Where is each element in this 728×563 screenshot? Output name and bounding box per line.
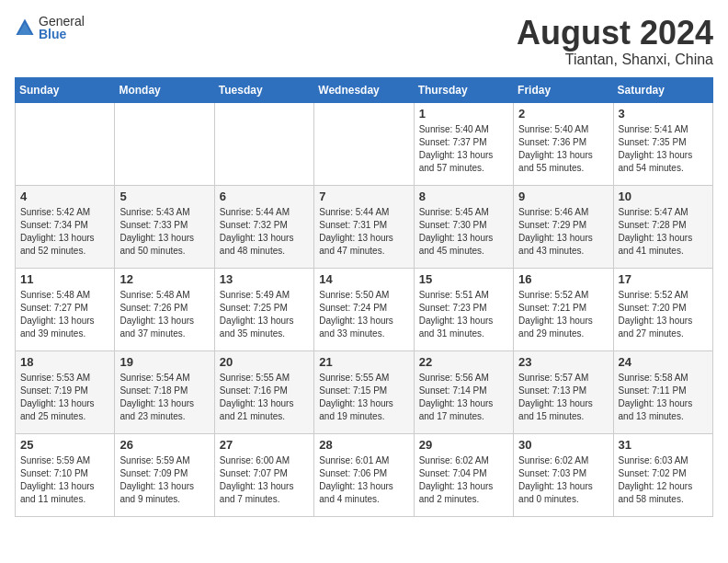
calendar-day-cell: 31Sunrise: 6:03 AMSunset: 7:02 PMDayligh… xyxy=(613,433,712,516)
day-info: Sunrise: 5:49 AMSunset: 7:25 PMDaylight:… xyxy=(220,289,309,340)
day-number: 4 xyxy=(20,190,109,203)
calendar-day-cell: 12Sunrise: 5:48 AMSunset: 7:26 PMDayligh… xyxy=(115,268,214,350)
calendar-day-cell: 25Sunrise: 5:59 AMSunset: 7:10 PMDayligh… xyxy=(16,433,115,516)
day-info: Sunrise: 5:51 AMSunset: 7:23 PMDaylight:… xyxy=(419,289,508,340)
day-number: 28 xyxy=(319,438,408,452)
calendar-day-cell: 1Sunrise: 5:40 AMSunset: 7:37 PMDaylight… xyxy=(414,102,513,185)
title-block: August 2024 Tiantan, Shanxi, China xyxy=(517,15,713,68)
day-number: 23 xyxy=(518,355,608,369)
day-info: Sunrise: 5:45 AMSunset: 7:30 PMDaylight:… xyxy=(419,206,508,258)
calendar-day-cell: 3Sunrise: 5:41 AMSunset: 7:35 PMDaylight… xyxy=(613,102,712,185)
calendar-day-cell: 13Sunrise: 5:49 AMSunset: 7:25 PMDayligh… xyxy=(214,268,313,350)
day-number: 20 xyxy=(220,355,309,369)
day-number: 7 xyxy=(319,190,408,203)
day-info: Sunrise: 5:42 AMSunset: 7:34 PMDaylight:… xyxy=(20,206,109,258)
calendar-day-cell: 10Sunrise: 5:47 AMSunset: 7:28 PMDayligh… xyxy=(613,185,712,268)
logo-blue-text: Blue xyxy=(39,28,85,40)
day-info: Sunrise: 5:40 AMSunset: 7:37 PMDaylight:… xyxy=(419,123,508,175)
day-number: 16 xyxy=(518,272,608,286)
day-info: Sunrise: 5:48 AMSunset: 7:26 PMDaylight:… xyxy=(119,289,209,340)
calendar-day-cell: 29Sunrise: 6:02 AMSunset: 7:04 PMDayligh… xyxy=(414,433,513,516)
day-info: Sunrise: 5:47 AMSunset: 7:28 PMDaylight:… xyxy=(619,206,708,258)
weekday-header-cell: Tuesday xyxy=(214,77,313,102)
calendar-day-cell: 6Sunrise: 5:44 AMSunset: 7:32 PMDaylight… xyxy=(214,185,313,268)
day-info: Sunrise: 5:57 AMSunset: 7:13 PMDaylight:… xyxy=(518,372,608,423)
day-number: 10 xyxy=(619,190,708,203)
calendar-week-row: 25Sunrise: 5:59 AMSunset: 7:10 PMDayligh… xyxy=(16,433,713,516)
day-number: 9 xyxy=(518,190,608,203)
calendar-day-cell xyxy=(115,102,214,185)
calendar-day-cell: 21Sunrise: 5:55 AMSunset: 7:15 PMDayligh… xyxy=(314,350,414,433)
calendar-day-cell: 27Sunrise: 6:00 AMSunset: 7:07 PMDayligh… xyxy=(214,433,313,516)
weekday-header-cell: Sunday xyxy=(16,77,115,102)
day-info: Sunrise: 6:03 AMSunset: 7:02 PMDaylight:… xyxy=(619,454,708,506)
calendar-day-cell: 23Sunrise: 5:57 AMSunset: 7:13 PMDayligh… xyxy=(514,350,613,433)
day-info: Sunrise: 5:52 AMSunset: 7:20 PMDaylight:… xyxy=(619,289,708,340)
day-number: 24 xyxy=(619,355,708,369)
calendar-day-cell: 22Sunrise: 5:56 AMSunset: 7:14 PMDayligh… xyxy=(414,350,513,433)
day-info: Sunrise: 5:52 AMSunset: 7:21 PMDaylight:… xyxy=(518,289,608,340)
day-info: Sunrise: 5:40 AMSunset: 7:36 PMDaylight:… xyxy=(518,123,608,175)
calendar-day-cell: 30Sunrise: 6:02 AMSunset: 7:03 PMDayligh… xyxy=(514,433,613,516)
day-number: 19 xyxy=(119,355,209,369)
day-number: 21 xyxy=(319,355,408,369)
calendar-day-cell: 19Sunrise: 5:54 AMSunset: 7:18 PMDayligh… xyxy=(115,350,214,433)
calendar-day-cell: 16Sunrise: 5:52 AMSunset: 7:21 PMDayligh… xyxy=(514,268,613,350)
day-number: 6 xyxy=(220,190,309,203)
day-info: Sunrise: 5:55 AMSunset: 7:16 PMDaylight:… xyxy=(220,372,309,423)
day-info: Sunrise: 5:46 AMSunset: 7:29 PMDaylight:… xyxy=(518,206,608,258)
day-info: Sunrise: 5:59 AMSunset: 7:10 PMDaylight:… xyxy=(20,454,109,506)
day-number: 3 xyxy=(619,107,708,121)
day-info: Sunrise: 5:56 AMSunset: 7:14 PMDaylight:… xyxy=(419,372,508,423)
calendar-day-cell: 15Sunrise: 5:51 AMSunset: 7:23 PMDayligh… xyxy=(414,268,513,350)
day-info: Sunrise: 5:43 AMSunset: 7:33 PMDaylight:… xyxy=(119,206,209,258)
calendar-day-cell: 20Sunrise: 5:55 AMSunset: 7:16 PMDayligh… xyxy=(214,350,313,433)
calendar-day-cell: 28Sunrise: 6:01 AMSunset: 7:06 PMDayligh… xyxy=(314,433,414,516)
day-info: Sunrise: 5:48 AMSunset: 7:27 PMDaylight:… xyxy=(20,289,109,340)
calendar-week-row: 4Sunrise: 5:42 AMSunset: 7:34 PMDaylight… xyxy=(16,185,713,268)
logo: General Blue xyxy=(15,15,85,40)
day-number: 11 xyxy=(20,272,109,286)
day-number: 27 xyxy=(220,438,309,452)
day-number: 26 xyxy=(119,438,209,452)
day-info: Sunrise: 5:41 AMSunset: 7:35 PMDaylight:… xyxy=(619,123,708,175)
calendar-day-cell: 14Sunrise: 5:50 AMSunset: 7:24 PMDayligh… xyxy=(314,268,414,350)
weekday-header-cell: Monday xyxy=(115,77,214,102)
calendar-day-cell: 26Sunrise: 5:59 AMSunset: 7:09 PMDayligh… xyxy=(115,433,214,516)
day-number: 1 xyxy=(419,107,508,121)
day-info: Sunrise: 5:53 AMSunset: 7:19 PMDaylight:… xyxy=(20,372,109,423)
logo-general-text: General xyxy=(39,15,85,28)
day-info: Sunrise: 6:02 AMSunset: 7:04 PMDaylight:… xyxy=(419,454,508,506)
calendar-day-cell: 18Sunrise: 5:53 AMSunset: 7:19 PMDayligh… xyxy=(16,350,115,433)
calendar-day-cell: 5Sunrise: 5:43 AMSunset: 7:33 PMDaylight… xyxy=(115,185,214,268)
day-number: 15 xyxy=(419,272,508,286)
day-number: 12 xyxy=(119,272,209,286)
day-info: Sunrise: 6:02 AMSunset: 7:03 PMDaylight:… xyxy=(518,454,608,506)
weekday-header-cell: Friday xyxy=(514,77,613,102)
calendar-table: SundayMondayTuesdayWednesdayThursdayFrid… xyxy=(15,77,713,517)
calendar-header: SundayMondayTuesdayWednesdayThursdayFrid… xyxy=(16,77,713,102)
day-info: Sunrise: 5:44 AMSunset: 7:32 PMDaylight:… xyxy=(220,206,309,258)
day-info: Sunrise: 6:00 AMSunset: 7:07 PMDaylight:… xyxy=(220,454,309,506)
calendar-day-cell: 11Sunrise: 5:48 AMSunset: 7:27 PMDayligh… xyxy=(16,268,115,350)
page-header: General Blue August 2024 Tiantan, Shanxi… xyxy=(15,15,713,68)
calendar-day-cell xyxy=(16,102,115,185)
day-number: 8 xyxy=(419,190,508,203)
calendar-day-cell: 2Sunrise: 5:40 AMSunset: 7:36 PMDaylight… xyxy=(514,102,613,185)
day-info: Sunrise: 6:01 AMSunset: 7:06 PMDaylight:… xyxy=(319,454,408,506)
day-info: Sunrise: 5:50 AMSunset: 7:24 PMDaylight:… xyxy=(319,289,408,340)
calendar-day-cell: 7Sunrise: 5:44 AMSunset: 7:31 PMDaylight… xyxy=(314,185,414,268)
calendar-title: August 2024 xyxy=(517,15,713,52)
day-number: 25 xyxy=(20,438,109,452)
day-info: Sunrise: 5:54 AMSunset: 7:18 PMDaylight:… xyxy=(119,372,209,423)
day-number: 2 xyxy=(518,107,608,121)
day-number: 30 xyxy=(518,438,608,452)
day-number: 18 xyxy=(20,355,109,369)
weekday-header-cell: Wednesday xyxy=(314,77,414,102)
day-info: Sunrise: 5:44 AMSunset: 7:31 PMDaylight:… xyxy=(319,206,408,258)
day-number: 17 xyxy=(619,272,708,286)
calendar-day-cell xyxy=(314,102,414,185)
calendar-day-cell: 9Sunrise: 5:46 AMSunset: 7:29 PMDaylight… xyxy=(514,185,613,268)
day-number: 22 xyxy=(419,355,508,369)
day-number: 13 xyxy=(220,272,309,286)
